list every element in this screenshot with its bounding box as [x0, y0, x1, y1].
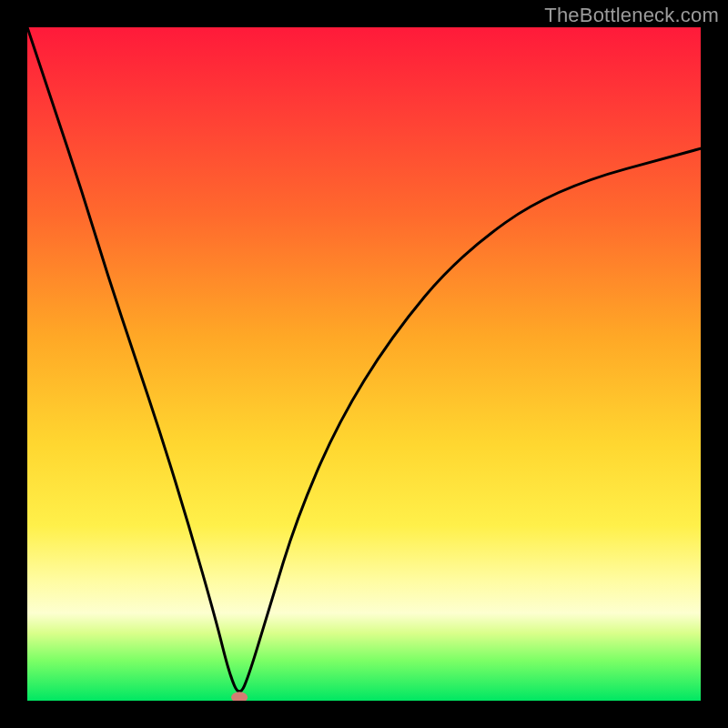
curve-layer	[27, 27, 701, 701]
plot-area	[27, 27, 701, 701]
chart-frame: TheBottleneck.com	[0, 0, 728, 728]
watermark-text: TheBottleneck.com	[544, 4, 719, 27]
bottleneck-curve	[27, 27, 701, 692]
optimal-marker	[231, 692, 248, 701]
